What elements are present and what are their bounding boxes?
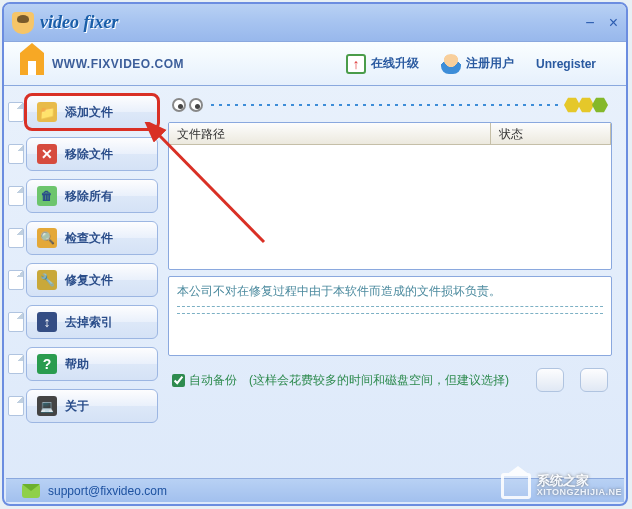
column-headers: 文件路径 状态 (169, 123, 611, 145)
user-icon (441, 54, 461, 74)
about-icon (37, 396, 57, 416)
unregister-button[interactable]: Unregister (536, 54, 596, 74)
remove-file-label: 移除文件 (65, 146, 113, 163)
page-icon (8, 312, 24, 332)
help-icon (37, 354, 57, 374)
online-upgrade-button[interactable]: 在线升级 (346, 54, 419, 74)
unregister-label: Unregister (536, 57, 596, 71)
auto-backup-checkbox[interactable]: 自动备份 (172, 372, 237, 389)
page-icon (8, 102, 24, 122)
trash-icon (37, 186, 57, 206)
folder-icon (37, 102, 57, 122)
register-user-button[interactable]: 注册用户 (441, 54, 514, 74)
app-title: video fixer (40, 12, 118, 33)
divider-dots (211, 104, 558, 106)
auto-backup-input[interactable] (172, 374, 185, 387)
help-button[interactable]: 帮助 (26, 347, 158, 381)
about-label: 关于 (65, 398, 89, 415)
about-button[interactable]: 关于 (26, 389, 158, 423)
page-icon (8, 270, 24, 290)
message-box: 本公司不对在修复过程中由于本软件而造成的文件损坏负责。 (168, 276, 612, 356)
main-panel: 文件路径 状态 本公司不对在修复过程中由于本软件而造成的文件损坏负责。 自动备份… (162, 86, 626, 480)
upgrade-icon (346, 54, 366, 74)
dashed-rule (177, 313, 603, 314)
remove-all-label: 移除所有 (65, 188, 113, 205)
decor-strip (168, 94, 612, 116)
upgrade-label: 在线升级 (371, 55, 419, 72)
page-icon (8, 228, 24, 248)
file-list[interactable]: 文件路径 状态 (168, 122, 612, 270)
support-email[interactable]: support@fixvideo.com (48, 484, 167, 498)
mail-icon (22, 484, 40, 498)
dashed-rule (177, 306, 603, 307)
window-controls: − × (585, 14, 618, 32)
title-bar: video fixer − × (4, 4, 626, 42)
page-icon (8, 186, 24, 206)
app-window: video fixer − × WWW.FIXVIDEO.COM 在线升级 注册… (2, 2, 628, 506)
auto-backup-hint: (这样会花费较多的时间和磁盘空间，但建议选择) (249, 372, 509, 389)
add-file-label: 添加文件 (65, 104, 113, 121)
close-button[interactable]: × (609, 14, 618, 32)
remove-index-label: 去掉索引 (65, 314, 113, 331)
minimize-button[interactable]: − (585, 14, 594, 32)
remove-index-button[interactable]: 去掉索引 (26, 305, 158, 339)
magnifier-icon (37, 228, 57, 248)
check-file-button[interactable]: 检查文件 (26, 221, 158, 255)
col-status[interactable]: 状态 (491, 123, 611, 144)
homepage-url[interactable]: WWW.FIXVIDEO.COM (52, 57, 184, 71)
page-icon (8, 144, 24, 164)
fix-file-label: 修复文件 (65, 272, 113, 289)
watermark-logo-icon (501, 473, 531, 499)
home-icon[interactable] (20, 53, 44, 75)
add-file-button[interactable]: 添加文件 (26, 95, 158, 129)
page-icon (8, 396, 24, 416)
sidebar: 添加文件 移除文件 移除所有 (4, 86, 162, 480)
toolbar: WWW.FIXVIDEO.COM 在线升级 注册用户 Unregister (4, 42, 626, 86)
index-icon (37, 312, 57, 332)
remove-all-button[interactable]: 移除所有 (26, 179, 158, 213)
watermark-sub: XITONGZHIJIA.NE (537, 488, 622, 498)
auto-backup-label: 自动备份 (189, 372, 237, 389)
honeycomb-icon (566, 97, 608, 113)
eyes-icon (172, 98, 203, 112)
page-icon (8, 354, 24, 374)
remove-file-button[interactable]: 移除文件 (26, 137, 158, 171)
help-label: 帮助 (65, 356, 89, 373)
body-area: 添加文件 移除文件 移除所有 (4, 86, 626, 480)
watermark: 系统之家 XITONGZHIJIA.NE (501, 473, 622, 499)
action-button-1[interactable] (536, 368, 564, 392)
fix-file-button[interactable]: 修复文件 (26, 263, 158, 297)
app-avatar-icon (12, 12, 34, 34)
col-path[interactable]: 文件路径 (169, 123, 491, 144)
remove-icon (37, 144, 57, 164)
check-file-label: 检查文件 (65, 230, 113, 247)
register-label: 注册用户 (466, 55, 514, 72)
wrench-icon (37, 270, 57, 290)
disclaimer-text: 本公司不对在修复过程中由于本软件而造成的文件损坏负责。 (177, 283, 603, 300)
action-button-2[interactable] (580, 368, 608, 392)
bottom-row: 自动备份 (这样会花费较多的时间和磁盘空间，但建议选择) (168, 362, 612, 398)
